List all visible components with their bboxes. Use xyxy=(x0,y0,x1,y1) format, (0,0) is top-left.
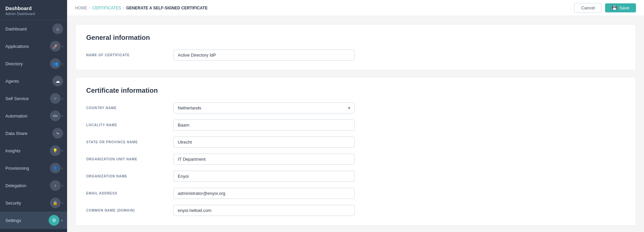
input-certificate-name[interactable] xyxy=(173,50,355,61)
code-icon: </> xyxy=(50,110,61,121)
input-org-unit[interactable] xyxy=(173,154,355,165)
sidebar-item-insights[interactable]: Insights 💡 ‹ xyxy=(0,142,67,159)
save-icon: 💾 xyxy=(612,5,617,10)
breadcrumb-sep-1: › xyxy=(89,6,90,10)
label-email: EMAIL ADDRESS xyxy=(86,191,173,195)
input-locality[interactable] xyxy=(173,120,355,131)
sidebar: Dashboard Admin Dashboard Dashboard ⌂ Ap… xyxy=(0,0,67,232)
form-row-common-name: COMMON NAME (DOMAIN) xyxy=(86,205,625,216)
sidebar-header: Dashboard Admin Dashboard xyxy=(0,0,67,20)
breadcrumb-home[interactable]: HOME xyxy=(75,6,87,10)
label-certificate-name: NAME OF CERTIFICATE xyxy=(86,53,173,57)
home-icon: ⌂ xyxy=(52,23,63,34)
sidebar-item-settings[interactable]: Settings ⚙ ∨ xyxy=(0,212,67,229)
label-locality: LOCALITY NAME xyxy=(86,123,173,127)
hand-icon: ☞ xyxy=(50,93,61,104)
arrow-icon: ↑ xyxy=(50,180,61,191)
label-common-name: COMMON NAME (DOMAIN) xyxy=(86,209,173,212)
breadcrumb: HOME › CERTIFICATES › GENERATE A SELF-SI… xyxy=(75,6,208,10)
sidebar-item-self-service[interactable]: Self Service ☞ ‹ xyxy=(0,90,67,107)
lock-icon: 🔒 xyxy=(50,198,61,208)
share-icon: ⤷ xyxy=(52,128,63,139)
settings-sub-nav: ✏ Appearance Certificates xyxy=(0,229,67,232)
chevron-down-icon: ∨ xyxy=(61,219,63,222)
person-icon: 👤 xyxy=(50,163,61,173)
chevron-icon: ‹ xyxy=(62,97,63,100)
select-country-wrap: Netherlands United States Germany France… xyxy=(173,102,355,113)
sidebar-nav: Dashboard ⌂ Applications 🚀 ‹ Directory 👥… xyxy=(0,20,67,232)
select-country[interactable]: Netherlands United States Germany France… xyxy=(173,102,355,113)
save-label: Save xyxy=(619,5,629,10)
general-info-card: General information NAME OF CERTIFICATE xyxy=(75,24,636,70)
sidebar-item-delegation[interactable]: Delegation ↑ ‹ xyxy=(0,177,67,194)
sidebar-item-provisioning[interactable]: Provisioning 👤 ‹ xyxy=(0,159,67,177)
input-state[interactable] xyxy=(173,137,355,148)
main-content: HOME › CERTIFICATES › GENERATE A SELF-SI… xyxy=(67,0,644,232)
save-button[interactable]: 💾 Save xyxy=(605,3,636,12)
sidebar-item-security[interactable]: Security 🔒 ‹ xyxy=(0,194,67,212)
form-row-country: COUNTRY NAME Netherlands United States G… xyxy=(86,102,625,113)
sidebar-item-agents[interactable]: Agents ☁ xyxy=(0,72,67,90)
label-country: COUNTRY NAME xyxy=(86,106,173,110)
cancel-button[interactable]: Cancel xyxy=(574,3,602,13)
sidebar-item-dashboard[interactable]: Dashboard ⌂ xyxy=(0,20,67,37)
gear-icon: ⚙ xyxy=(49,215,59,226)
bulb-icon: 💡 xyxy=(50,145,61,156)
topbar: HOME › CERTIFICATES › GENERATE A SELF-SI… xyxy=(67,0,644,16)
rocket-icon: 🚀 xyxy=(50,41,61,52)
sidebar-item-data-share[interactable]: Data Share ⤷ xyxy=(0,125,67,142)
form-row-email: EMAIL ADDRESS xyxy=(86,188,625,199)
breadcrumb-current: GENERATE A SELF-SIGNED CERTIFICATE xyxy=(126,6,208,10)
general-info-title: General information xyxy=(86,34,625,42)
input-common-name[interactable] xyxy=(173,205,355,216)
certificate-info-title: Certificate information xyxy=(86,87,625,94)
breadcrumb-certificates[interactable]: CERTIFICATES xyxy=(92,6,121,10)
certificate-info-card: Certificate information COUNTRY NAME Net… xyxy=(75,77,636,226)
chevron-icon: ‹ xyxy=(62,149,63,153)
chevron-icon: ‹ xyxy=(62,62,63,66)
sidebar-item-directory[interactable]: Directory 👥 ‹ xyxy=(0,55,67,72)
form-row-locality: LOCALITY NAME xyxy=(86,120,625,131)
chevron-icon: ‹ xyxy=(62,166,63,170)
sidebar-item-automation[interactable]: Automation </> ‹ xyxy=(0,107,67,125)
chevron-icon: ‹ xyxy=(62,114,63,118)
app-title: Dashboard xyxy=(5,5,63,11)
input-org-name[interactable] xyxy=(173,171,355,182)
users-icon: 👥 xyxy=(50,58,61,69)
label-state: STATE OR PROVINCE NAME xyxy=(86,140,173,144)
chevron-icon: ‹ xyxy=(62,201,63,205)
label-org-unit: ORGANIZATION UNIT NAME xyxy=(86,157,173,161)
form-row-org-unit: ORGANIZATION UNIT NAME xyxy=(86,154,625,165)
breadcrumb-sep-2: › xyxy=(123,6,124,10)
sidebar-item-applications[interactable]: Applications 🚀 ‹ xyxy=(0,37,67,55)
form-row-certificate-name: NAME OF CERTIFICATE xyxy=(86,50,625,61)
input-email[interactable] xyxy=(173,188,355,199)
form-row-state: STATE OR PROVINCE NAME xyxy=(86,137,625,148)
sidebar-item-appearance[interactable]: ✏ Appearance xyxy=(0,229,67,232)
chevron-icon: ‹ xyxy=(62,184,63,187)
label-org-name: ORGANIZATION NAME xyxy=(86,174,173,178)
cloud-icon: ☁ xyxy=(52,76,63,86)
app-subtitle: Admin Dashboard xyxy=(5,12,63,16)
chevron-icon: ‹ xyxy=(62,45,63,48)
form-row-org-name: ORGANIZATION NAME xyxy=(86,171,625,182)
content-area: General information NAME OF CERTIFICATE … xyxy=(67,16,644,232)
topbar-actions: Cancel 💾 Save xyxy=(574,3,636,13)
